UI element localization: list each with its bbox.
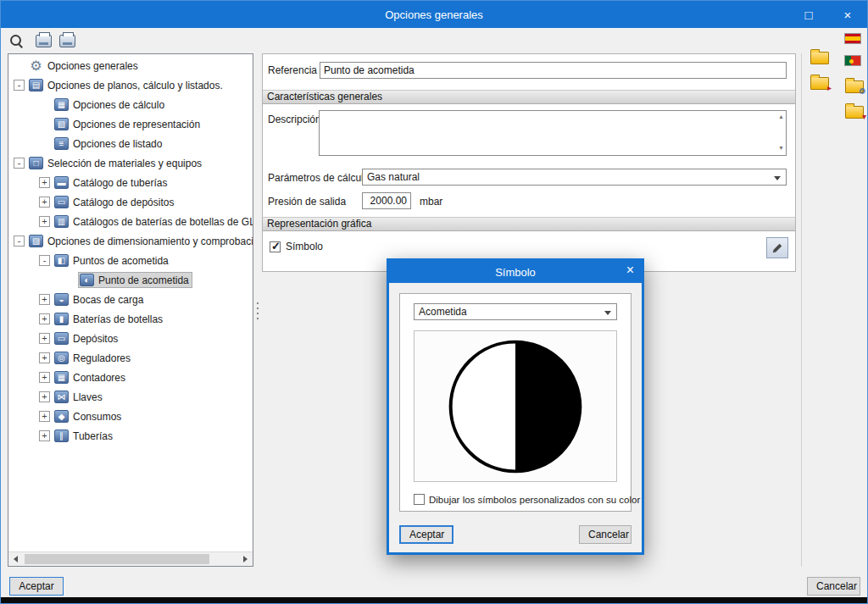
config-options-icon[interactable]: ⚙ bbox=[845, 80, 864, 93]
scroll-up-icon[interactable]: ▲ bbox=[778, 114, 784, 119]
tree-item[interactable]: -▨Opciones de dimensionamiento y comprob… bbox=[8, 231, 253, 251]
collapse-icon[interactable]: - bbox=[14, 236, 25, 247]
tree-item[interactable]: +▦Contadores bbox=[8, 368, 253, 387]
listing-options-icon: ≡ bbox=[54, 137, 69, 150]
color-checkbox-row: Dibujar los símbolos personalizados con … bbox=[414, 494, 640, 505]
expand-icon[interactable]: + bbox=[39, 352, 50, 363]
tree-item[interactable]: -□Selección de materiales y equipos bbox=[8, 153, 253, 173]
collapse-icon[interactable]: - bbox=[14, 80, 25, 91]
referencia-label: Referencia bbox=[268, 64, 320, 76]
tree-item[interactable]: ⚙Opciones generales bbox=[8, 56, 253, 75]
tree-item[interactable]: +▥Catálogos de baterías de botellas de G… bbox=[8, 212, 253, 231]
supply-point-icon: ◐ bbox=[80, 274, 94, 286]
tree-item-label: Opciones de planos, cálculo y listados. bbox=[47, 80, 223, 91]
tree-item-content: ◆Consumos bbox=[53, 409, 124, 424]
tree-item-label: Opciones de dimensionamiento y comprobac… bbox=[47, 236, 253, 247]
tree-item[interactable]: -◧Puntos de acometida bbox=[8, 251, 253, 270]
color-checkbox[interactable] bbox=[414, 494, 425, 505]
tree-item[interactable]: +∥Tuberías bbox=[8, 426, 253, 446]
tree-horizontal-scrollbar[interactable] bbox=[8, 551, 253, 566]
bottom-strip bbox=[1, 597, 867, 603]
expand-icon[interactable]: + bbox=[39, 430, 50, 441]
filling-points-icon: ◒ bbox=[54, 293, 69, 306]
pipes-catalog-icon: ▬ bbox=[54, 176, 69, 189]
symbol-select[interactable]: Acometida bbox=[414, 303, 617, 320]
tree-item-label: Bocas de carga bbox=[73, 294, 143, 306]
expand-icon[interactable]: + bbox=[39, 197, 50, 208]
scrollbar-track[interactable] bbox=[23, 552, 238, 566]
scroll-down-icon[interactable]: ▼ bbox=[778, 145, 784, 151]
splitter-handle-icon[interactable] bbox=[256, 301, 259, 323]
tree-item[interactable]: ▧Opciones de representación bbox=[8, 114, 253, 134]
panel-splitter[interactable] bbox=[253, 53, 262, 567]
symbol-cancel-button[interactable]: Cancelar bbox=[579, 525, 632, 544]
cancel-button[interactable]: Cancelar bbox=[807, 577, 860, 596]
expand-icon[interactable]: + bbox=[39, 177, 50, 188]
expand-icon[interactable]: + bbox=[39, 216, 50, 227]
tree-item[interactable]: -▤Opciones de planos, cálculo y listados… bbox=[8, 75, 253, 95]
expand-icon[interactable]: + bbox=[39, 372, 50, 383]
accept-button[interactable]: Aceptar bbox=[9, 577, 64, 596]
dimensioning-icon: ▨ bbox=[29, 235, 43, 247]
expand-icon[interactable]: + bbox=[39, 391, 50, 402]
expand-icon[interactable]: + bbox=[39, 313, 50, 324]
tree-item[interactable]: +◒Bocas de carga bbox=[8, 290, 253, 309]
window-title: Opciones generales bbox=[385, 8, 483, 21]
expand-icon[interactable]: + bbox=[39, 333, 50, 344]
tree-item-content: ▧Opciones de representación bbox=[53, 117, 203, 131]
scroll-left-icon[interactable] bbox=[8, 552, 23, 566]
tree-item[interactable]: ◐Punto de acometida bbox=[8, 270, 253, 290]
import-options-icon[interactable]: ▾ bbox=[845, 106, 864, 119]
expand-icon[interactable]: + bbox=[39, 411, 50, 422]
expander-spacer bbox=[39, 138, 50, 149]
tree-item[interactable]: ≡Opciones de listado bbox=[8, 134, 253, 153]
parametros-label: Parámetros de cálculo bbox=[268, 172, 369, 184]
representation-options-icon: ▧ bbox=[54, 118, 69, 130]
print-preview-icon[interactable] bbox=[59, 35, 75, 47]
edit-symbol-button[interactable] bbox=[766, 237, 788, 258]
tree-item[interactable]: +▭Depósitos bbox=[8, 329, 253, 348]
tree-item[interactable]: +▮Baterías de botellas bbox=[8, 309, 253, 329]
regulators-icon: ◎ bbox=[54, 352, 69, 364]
supply-points-icon: ◧ bbox=[54, 254, 69, 267]
search-icon[interactable] bbox=[9, 34, 24, 48]
collapse-icon[interactable]: - bbox=[14, 158, 25, 169]
tree-item-label: Selección de materiales y equipos bbox=[47, 158, 202, 169]
scrollbar-thumb[interactable] bbox=[25, 554, 209, 564]
maximize-icon[interactable]: □ bbox=[789, 1, 828, 28]
titlebar: Opciones generales □ × bbox=[1, 1, 867, 28]
simbolo-row: Símbolo bbox=[270, 241, 323, 252]
tree-item[interactable]: +◆Consumos bbox=[8, 407, 253, 426]
open-options-icon[interactable] bbox=[810, 52, 829, 64]
expander-spacer bbox=[64, 274, 75, 285]
tree-item-label: Contadores bbox=[73, 372, 125, 384]
tree-item[interactable]: +▭Catálogo de depósitos bbox=[8, 192, 253, 212]
tree-item-content: ▤Opciones de planos, cálculo y listados. bbox=[28, 78, 225, 92]
expander-spacer bbox=[39, 119, 50, 130]
collapse-icon[interactable]: - bbox=[39, 255, 50, 266]
tree-item-content: ◒Bocas de carga bbox=[53, 292, 146, 307]
symbol-dialog-close-icon[interactable]: × bbox=[626, 263, 634, 278]
arrow-down-badge-icon: ▾ bbox=[862, 113, 866, 121]
referencia-input[interactable] bbox=[320, 62, 787, 79]
window-controls: □ × bbox=[789, 1, 867, 28]
tree-item-content: ∥Tuberías bbox=[53, 429, 115, 443]
descripcion-textarea[interactable] bbox=[319, 110, 787, 156]
expand-icon[interactable]: + bbox=[39, 294, 50, 305]
symbol-accept-button[interactable]: Aceptar bbox=[399, 525, 453, 544]
tree-item[interactable]: ▦Opciones de cálculo bbox=[8, 95, 253, 114]
simbolo-checkbox[interactable] bbox=[270, 241, 281, 252]
scroll-right-icon[interactable] bbox=[238, 552, 253, 566]
tree-item[interactable]: +◎Reguladores bbox=[8, 348, 253, 368]
presion-input[interactable] bbox=[362, 192, 411, 209]
parametros-select[interactable]: Gas natural bbox=[362, 169, 787, 186]
tree-item[interactable]: +⋈Llaves bbox=[8, 387, 253, 407]
tree-item-content: ≡Opciones de listado bbox=[53, 136, 164, 151]
spain-flag-icon[interactable] bbox=[844, 33, 861, 44]
close-icon[interactable]: × bbox=[828, 1, 867, 28]
print-icon[interactable] bbox=[36, 35, 52, 47]
portugal-flag-icon[interactable] bbox=[844, 55, 861, 66]
tree-item-content: ▥Catálogos de baterías de botellas de GL… bbox=[53, 214, 253, 229]
save-options-icon[interactable]: ▸ bbox=[810, 77, 829, 90]
tree-item[interactable]: +▬Catálogo de tuberías bbox=[8, 173, 253, 192]
